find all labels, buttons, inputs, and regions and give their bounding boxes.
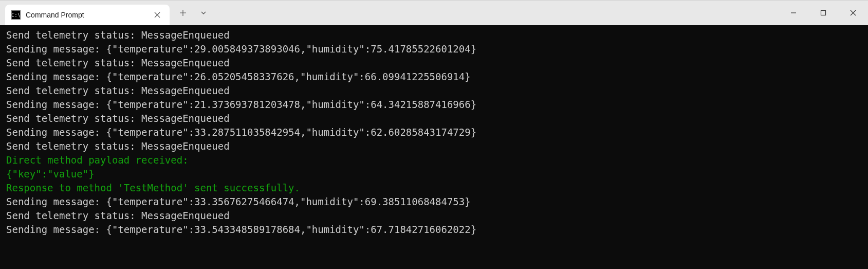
maximize-button[interactable] xyxy=(808,3,838,23)
tabbar-actions xyxy=(174,4,213,22)
terminal-line: Send telemetry status: MessageEnqueued xyxy=(6,56,862,70)
terminal-line: {"key":"value"} xyxy=(6,167,862,181)
chevron-down-icon xyxy=(200,10,207,16)
terminal-line: Send telemetry status: MessageEnqueued xyxy=(6,209,862,223)
terminal-line: Send telemetry status: MessageEnqueued xyxy=(6,112,862,125)
window-controls xyxy=(779,1,868,25)
terminal-line: Sending message: {"temperature":26.05205… xyxy=(6,70,862,84)
terminal-icon: C:\ xyxy=(11,10,21,20)
titlebar: C:\ Command Prompt xyxy=(0,1,868,25)
maximize-icon xyxy=(820,10,826,16)
terminal-line: Send telemetry status: MessageEnqueued xyxy=(6,139,862,153)
terminal-line: Sending message: {"temperature":29.00584… xyxy=(6,42,862,56)
terminal-line: Sending message: {"temperature":33.54334… xyxy=(6,223,862,237)
svg-rect-0 xyxy=(821,11,826,15)
app-window: C:\ Command Prompt S xyxy=(0,0,868,269)
terminal-line: Send telemetry status: MessageEnqueued xyxy=(6,28,862,42)
tab-close-button[interactable] xyxy=(151,9,163,21)
terminal-line: Direct method payload received: xyxy=(6,153,862,167)
new-tab-button[interactable] xyxy=(174,4,192,22)
plus-icon xyxy=(179,9,187,16)
terminal-line: Sending message: {"temperature":33.28751… xyxy=(6,125,862,139)
tab-title: Command Prompt xyxy=(26,11,151,19)
tab-command-prompt[interactable]: C:\ Command Prompt xyxy=(5,5,170,25)
close-icon xyxy=(850,10,856,16)
close-icon xyxy=(154,12,160,18)
minimize-icon xyxy=(790,10,797,16)
minimize-button[interactable] xyxy=(779,3,808,23)
window-close-button[interactable] xyxy=(838,3,868,23)
terminal-output[interactable]: Send telemetry status: MessageEnqueuedSe… xyxy=(0,25,868,269)
tab-dropdown-button[interactable] xyxy=(194,4,213,22)
terminal-line: Send telemetry status: MessageEnqueued xyxy=(6,84,862,98)
terminal-line: Response to method 'TestMethod' sent suc… xyxy=(6,181,862,195)
terminal-line: Sending message: {"temperature":33.35676… xyxy=(6,195,862,209)
terminal-line: Sending message: {"temperature":21.37369… xyxy=(6,98,862,112)
